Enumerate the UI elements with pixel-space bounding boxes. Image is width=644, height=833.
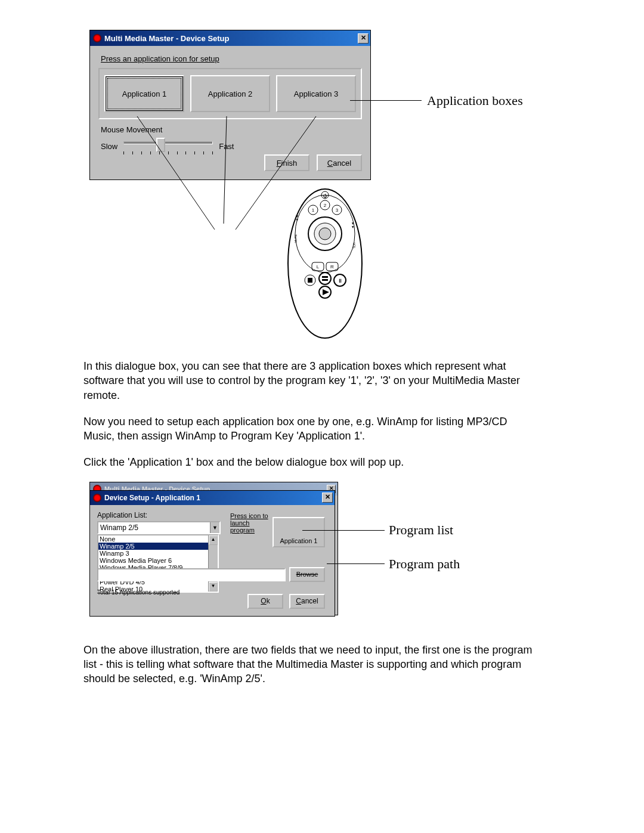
svg-text:L: L bbox=[317, 264, 320, 270]
svg-text:⏸: ⏸ bbox=[338, 278, 343, 284]
application-3-button[interactable]: Application 3 bbox=[276, 75, 356, 112]
annotation-line-program-list bbox=[302, 530, 385, 531]
annotation-line-program-path bbox=[327, 563, 385, 564]
combo-value: Winamp 2/5 bbox=[100, 524, 138, 532]
instruction-label: Press an application icon for setup bbox=[101, 54, 362, 63]
application-group: Application 1 Application 2 Application … bbox=[98, 68, 362, 119]
application-list-combo[interactable]: Winamp 2/5 ▼ bbox=[97, 521, 221, 534]
total-apps-label: Total 15 Applications supported bbox=[97, 589, 179, 596]
paragraph-1: In this dialogue box, you can see that t… bbox=[83, 359, 537, 402]
connector-lines bbox=[89, 116, 376, 236]
application-setup-dialog: Device Setup - Application 1 ✕ Applicati… bbox=[89, 490, 335, 617]
titlebar: Multi Media Master - Device Setup ✕ bbox=[90, 30, 370, 46]
scrollbar[interactable]: ▲ ▼ bbox=[208, 535, 218, 592]
scroll-up-icon[interactable]: ▲ bbox=[209, 535, 218, 545]
ok-button[interactable]: Ok bbox=[247, 594, 283, 609]
svg-rect-28 bbox=[322, 279, 328, 281]
list-item[interactable]: None bbox=[98, 535, 218, 543]
application-2-button[interactable]: Application 2 bbox=[190, 75, 270, 112]
list-item[interactable]: Windows Media Player 6 bbox=[98, 557, 218, 564]
svg-rect-25 bbox=[308, 278, 312, 283]
list-item[interactable]: Winamp 3 bbox=[98, 550, 218, 557]
press-icon-label: Press icon to launch program bbox=[230, 512, 272, 534]
annotation-line-apps bbox=[350, 100, 422, 101]
list-item[interactable]: Winamp 2/5 bbox=[98, 543, 218, 550]
svg-line-1 bbox=[224, 116, 227, 224]
chevron-down-icon: ▼ bbox=[210, 522, 219, 533]
dialog2-title: Device Setup - Application 1 bbox=[104, 494, 200, 502]
titlebar-2: Device Setup - Application 1 ✕ bbox=[90, 491, 335, 505]
svg-rect-27 bbox=[322, 276, 328, 278]
dialog2-wrap: Multi Media Master - Device Setup ✕ Devi… bbox=[83, 482, 566, 625]
program-path-input[interactable] bbox=[97, 568, 286, 581]
application-icon-button[interactable]: Application 1 bbox=[273, 517, 325, 547]
annotation-program-path: Program path bbox=[389, 556, 460, 572]
application-1-button[interactable]: Application 1 bbox=[104, 75, 184, 112]
paragraph-4: On the above illustration, there are two… bbox=[83, 643, 537, 686]
cancel-button[interactable]: Cancel bbox=[289, 594, 325, 609]
svg-line-0 bbox=[137, 116, 215, 230]
paragraph-3: Click the 'Application 1' box and the be… bbox=[83, 455, 537, 469]
close-icon[interactable]: ✕ bbox=[358, 33, 369, 44]
close-icon[interactable]: ✕ bbox=[322, 493, 333, 503]
dialog-title: Multi Media Master - Device Setup bbox=[104, 34, 230, 43]
app-icon bbox=[93, 34, 101, 42]
browse-button[interactable]: Browse bbox=[289, 567, 325, 582]
app-icon bbox=[93, 494, 101, 502]
svg-line-2 bbox=[236, 116, 316, 230]
paragraph-2: Now you need to setup each application b… bbox=[83, 414, 537, 444]
annotation-program-list: Program list bbox=[389, 522, 453, 538]
application-listbox[interactable]: ▲ ▼ None Winamp 2/5 Winamp 3 Windows Med… bbox=[97, 534, 219, 593]
annotation-app-boxes: Application boxes bbox=[427, 93, 523, 109]
scroll-down-icon[interactable]: ▼ bbox=[209, 582, 218, 592]
svg-text:VOL: VOL bbox=[352, 243, 356, 249]
svg-text:R: R bbox=[330, 264, 334, 270]
